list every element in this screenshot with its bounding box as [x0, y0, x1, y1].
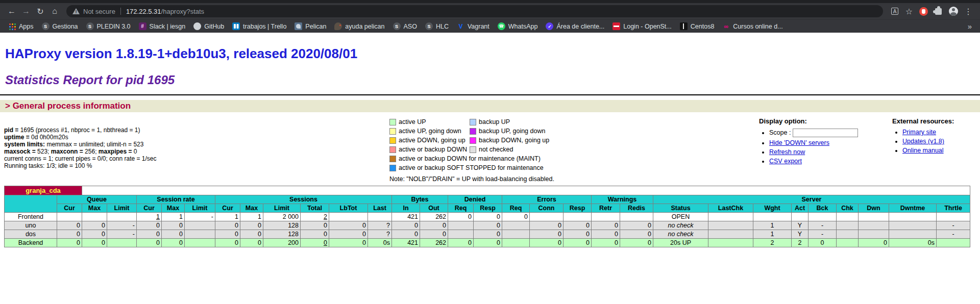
cell: 0	[392, 221, 420, 230]
legend-swatch	[470, 137, 476, 144]
bookmark-item[interactable]: Vagrant	[453, 20, 494, 33]
bookmark-item[interactable]: Apps	[4, 20, 38, 33]
row-name: uno	[5, 221, 57, 230]
column-header: Wght	[753, 204, 792, 213]
address-bar[interactable]: Not secure 172.22.5.31/haproxy?stats	[66, 5, 883, 17]
bookmark-item[interactable]: HLC	[421, 20, 453, 33]
primary-site-link[interactable]: Primary site	[902, 129, 936, 136]
cell: 0	[530, 221, 564, 230]
bookmark-item[interactable]: Cursos online d...	[718, 20, 787, 33]
extensions-puzzle-icon[interactable]	[935, 8, 942, 15]
bookmark-item[interactable]: trabajos | Trello	[228, 20, 290, 33]
csv-export-link[interactable]: CSV export	[769, 158, 802, 165]
cell: 1	[215, 213, 240, 221]
pelican-icon	[295, 22, 302, 30]
cell: 200	[263, 239, 301, 247]
cell	[808, 213, 837, 221]
translate-icon[interactable]: A	[888, 5, 901, 18]
legend-swatch	[389, 156, 396, 162]
cell	[859, 221, 889, 230]
column-header: LbTot	[329, 204, 368, 213]
display-option-title: Display option:	[759, 117, 879, 125]
reload-icon[interactable]: ↻	[34, 5, 47, 18]
scope-label: Scope :	[769, 129, 791, 136]
hide-down-servers-link[interactable]: Hide 'DOWN' servers	[769, 139, 829, 146]
legend-item: backup DOWN, going up	[470, 137, 549, 144]
legend-item: active UP	[389, 118, 470, 125]
process-info: pid = 1695 (process #1, nbproc = 1, nbth…	[4, 126, 389, 169]
menu-dots-icon[interactable]: ⋮	[962, 5, 975, 18]
bookmarks-overflow-icon[interactable]: »	[964, 22, 976, 31]
translate-glyph: A	[891, 8, 898, 15]
cell	[937, 239, 970, 247]
cell: 0	[564, 221, 592, 230]
options-panels: Display option: Scope : Hide 'DOWN' serv…	[759, 117, 976, 167]
cell	[889, 221, 937, 230]
cell: 2	[792, 239, 808, 247]
cell: 0	[592, 230, 620, 239]
home-icon[interactable]: ⌂	[48, 5, 61, 18]
cell	[859, 213, 889, 221]
bookmark-star-icon[interactable]: ☆	[902, 5, 916, 18]
cell	[564, 213, 592, 221]
column-header: Req	[448, 204, 474, 213]
cell: 1	[753, 230, 792, 239]
url-path: /haproxy?stats	[161, 8, 205, 15]
column-header: Act	[792, 204, 808, 213]
column-group-header: Warnings	[592, 195, 653, 204]
bookmark-label: Apps	[19, 23, 34, 30]
openstack-icon	[612, 22, 620, 30]
bookmark-item[interactable]: Centos8	[676, 20, 719, 33]
refresh-now-link[interactable]: Refresh now	[769, 148, 805, 156]
bookmark-item[interactable]: WhatsApp	[494, 20, 542, 33]
bookmark-item[interactable]: Área de cliente...	[542, 20, 608, 33]
bookmark-item[interactable]: PLEDIN 3.0	[82, 20, 135, 33]
cell	[708, 230, 753, 239]
scope-input[interactable]	[793, 129, 858, 137]
legend-label: not checked	[476, 146, 513, 153]
not-secure-warning-icon[interactable]	[72, 8, 80, 14]
cell: 1	[240, 213, 263, 221]
row-name: dos	[5, 230, 57, 239]
bookmark-item[interactable]: Login - OpenSt...	[608, 20, 676, 33]
cell: 0	[240, 239, 263, 247]
cell	[329, 213, 368, 221]
table-row-uno: uno00-000012800?0000000no check1Y--	[5, 221, 970, 230]
column-header: Dwntme	[889, 204, 937, 213]
back-icon[interactable]: ←	[5, 5, 18, 18]
cell: 0	[420, 230, 448, 239]
blocker-extension-icon[interactable]	[919, 7, 928, 16]
scope-item: Scope :	[769, 129, 879, 137]
bookmark-item[interactable]: ayuda pelican	[330, 20, 388, 33]
online-manual-link[interactable]: Online manual	[902, 147, 944, 154]
legend-item: active UP, going down	[389, 128, 470, 135]
proxy-name[interactable]: granja_cda	[5, 186, 82, 195]
legend-swatch	[470, 128, 476, 135]
bookmark-item[interactable]: GitHub	[189, 20, 228, 33]
column-header: Resp	[474, 204, 502, 213]
bookmark-item[interactable]: Pelican	[290, 20, 330, 33]
cell: 262	[420, 239, 448, 247]
cell: 0	[329, 230, 368, 239]
forward-icon[interactable]: →	[19, 5, 33, 18]
cell: 0	[240, 230, 263, 239]
profile-avatar[interactable]	[949, 7, 958, 16]
bookmark-item[interactable]: Gestiona	[38, 20, 82, 33]
cell: 0	[82, 239, 107, 247]
cell: 128	[263, 221, 301, 230]
updates-link[interactable]: Updates (v1.8)	[902, 138, 944, 145]
cell	[889, 230, 937, 239]
cell: 0	[564, 239, 592, 247]
cell	[185, 230, 215, 239]
cell	[368, 213, 392, 221]
legend-label: active or backup DOWN	[396, 146, 467, 153]
bookmark-item[interactable]: ASO	[389, 20, 421, 33]
bookmark-item[interactable]: Slack | iesgn	[135, 20, 190, 33]
cell: ?	[368, 221, 392, 230]
page-title[interactable]: HAProxy version 1.8.19-1+deb10u3, releas…	[5, 46, 975, 62]
cell	[708, 221, 753, 230]
column-group-header: Server	[653, 195, 970, 204]
cell: 0	[137, 221, 162, 230]
cell: 0	[162, 221, 185, 230]
column-group-header: Queue	[57, 195, 137, 204]
